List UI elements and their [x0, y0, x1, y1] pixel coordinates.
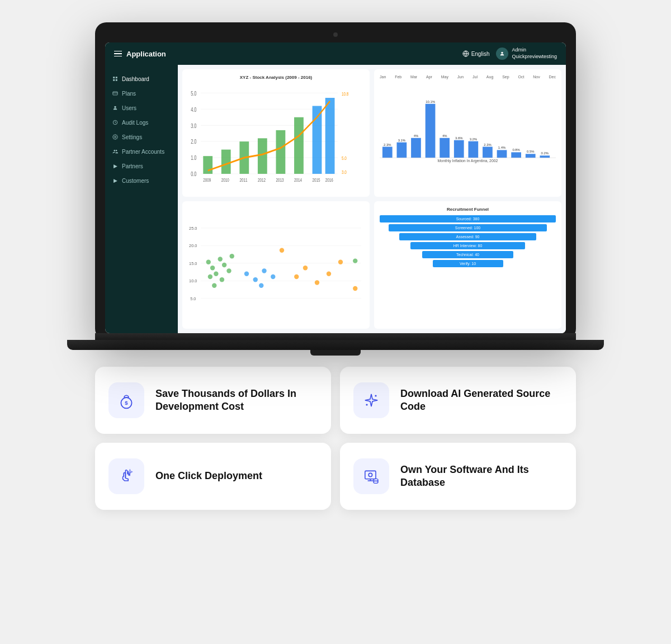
header-left: Application: [114, 50, 166, 58]
svg-rect-43: [382, 147, 393, 158]
money-bag-icon: $: [117, 391, 135, 409]
inflation-chart-svg: 2.3% 3.1% 4% 10.1% 4% 3.6% 3.2%: [380, 80, 556, 181]
settings-icon: [112, 134, 119, 140]
partners-chevron-icon: ▶: [112, 163, 119, 169]
svg-text:5.0: 5.0: [191, 91, 196, 97]
money-bag-icon-box: $: [108, 382, 144, 418]
ai-sparkle-icon-box: [353, 382, 389, 418]
funnel-stage-6: Verify: 10: [433, 260, 503, 267]
svg-rect-2: [113, 77, 115, 78]
month-jan: Jan: [380, 75, 386, 79]
svg-text:0.8%: 0.8%: [512, 148, 520, 151]
svg-text:2011: 2011: [239, 177, 247, 183]
svg-rect-4: [113, 79, 115, 81]
hand-click-icon: [117, 467, 135, 485]
svg-text:Monthly Inflation In Argentina: Monthly Inflation In Argentina, 2002: [438, 159, 498, 163]
feature-row-2: One Click Deployment Own Your Software A…: [95, 443, 576, 510]
svg-point-97: [315, 280, 319, 285]
svg-rect-61: [511, 152, 521, 158]
svg-text:$: $: [125, 400, 128, 406]
sidebar-item-dashboard[interactable]: Dashboard: [105, 72, 178, 86]
svg-text:4.0: 4.0: [191, 106, 196, 112]
svg-point-85: [226, 268, 231, 273]
svg-text:3.6%: 3.6%: [455, 136, 463, 140]
stock-chart-card: XYZ - Stock Analysis (2009 - 2016) 5.0 4…: [182, 69, 370, 197]
user-subtitle: Quickpreviewtesting: [512, 54, 557, 60]
svg-rect-57: [483, 147, 493, 158]
svg-point-94: [280, 248, 284, 253]
scatter-chart-svg: 25.0 20.0 15.0 10.0 5.0: [188, 207, 364, 323]
header-right: English Admin Quickpreviewtesting: [462, 47, 557, 60]
user-name: Admin: [512, 47, 557, 54]
month-aug: Aug: [486, 75, 493, 79]
svg-point-105: [366, 404, 367, 405]
svg-rect-55: [468, 141, 478, 158]
partner-accounts-icon: [112, 148, 119, 155]
svg-rect-3: [116, 77, 117, 78]
menu-icon[interactable]: [114, 51, 122, 57]
svg-rect-29: [294, 117, 304, 174]
sidebar-item-plans[interactable]: Plans: [105, 86, 178, 101]
funnel-stage-4: HR Interview: 80: [410, 242, 525, 249]
sidebar-dashboard-label: Dashboard: [122, 76, 149, 82]
sidebar-item-partner-accounts[interactable]: Partner Accounts: [105, 144, 178, 159]
svg-point-1: [502, 52, 503, 54]
svg-point-104: [375, 395, 376, 396]
svg-point-106: [129, 471, 131, 473]
svg-point-84: [208, 274, 212, 279]
svg-point-87: [230, 254, 234, 258]
month-oct: Oct: [518, 75, 524, 79]
svg-text:2.3%: 2.3%: [384, 143, 391, 146]
svg-point-89: [244, 272, 249, 276]
user-info: Admin Quickpreviewtesting: [496, 47, 557, 60]
laptop-camera: [333, 32, 338, 37]
svg-point-99: [338, 260, 343, 264]
svg-point-10: [114, 150, 116, 151]
sidebar-item-customers[interactable]: ▶ Customers: [105, 173, 178, 188]
sidebar-item-users[interactable]: Users: [105, 101, 178, 115]
feature-deploy-text: One Click Deployment: [155, 470, 262, 482]
sidebar-settings-label: Settings: [122, 134, 142, 140]
sidebar-item-audit-logs[interactable]: Audit Logs: [105, 115, 178, 130]
database-screen-icon-box: [353, 458, 389, 494]
ai-sparkle-icon: [362, 391, 380, 409]
laptop-shell: Application English Admin Quickpreviewte…: [95, 22, 576, 340]
feature-card-own: Own Your Software And Its Database: [340, 443, 576, 510]
funnel-stage-2: Screened: 100: [389, 224, 547, 231]
svg-point-79: [206, 260, 211, 264]
svg-point-96: [303, 266, 308, 270]
svg-text:10.8: 10.8: [342, 91, 348, 97]
scatter-chart-card: 25.0 20.0 15.0 10.0 5.0: [182, 201, 370, 329]
svg-text:3.2%: 3.2%: [470, 138, 478, 141]
svg-text:2015: 2015: [313, 177, 320, 183]
month-dec: Dec: [549, 75, 556, 79]
laptop-screen: Application English Admin Quickpreviewte…: [105, 42, 566, 333]
svg-text:15.0: 15.0: [189, 261, 197, 266]
funnel-stage-5: Technical: 40: [422, 251, 514, 258]
sidebar-item-partners[interactable]: ▶ Partners: [105, 159, 178, 173]
svg-rect-28: [276, 130, 286, 174]
svg-point-11: [116, 150, 117, 151]
sidebar: Dashboard Plans Users: [105, 65, 178, 333]
svg-point-81: [218, 257, 223, 261]
svg-point-82: [214, 272, 218, 276]
svg-text:3.1%: 3.1%: [398, 139, 406, 142]
sidebar-item-settings[interactable]: Settings: [105, 130, 178, 144]
language-button[interactable]: English: [462, 50, 490, 57]
svg-text:3.0: 3.0: [342, 169, 347, 175]
svg-rect-59: [497, 150, 507, 158]
customers-chevron-icon: ▶: [112, 177, 119, 184]
feature-save-text: Save Thousands of Dollars In Development…: [155, 387, 318, 414]
audit-logs-icon: [112, 119, 119, 126]
laptop-bezel: [95, 333, 576, 340]
inflation-chart-card: Jan Feb Mar Apr May Jun Jul Aug Sep Oct …: [374, 69, 561, 197]
svg-point-101: [353, 258, 357, 263]
svg-point-83: [222, 263, 226, 267]
app-title: Application: [126, 50, 166, 58]
svg-text:10.0: 10.0: [189, 279, 197, 284]
sidebar-customers-label: Customers: [122, 178, 149, 184]
feature-section: $ Save Thousands of Dollars In Developme…: [95, 367, 576, 519]
funnel-stage-1: Sourced: 380: [380, 215, 556, 222]
feature-own-text: Own Your Software And Its Database: [400, 463, 563, 490]
svg-text:2012: 2012: [258, 177, 266, 183]
